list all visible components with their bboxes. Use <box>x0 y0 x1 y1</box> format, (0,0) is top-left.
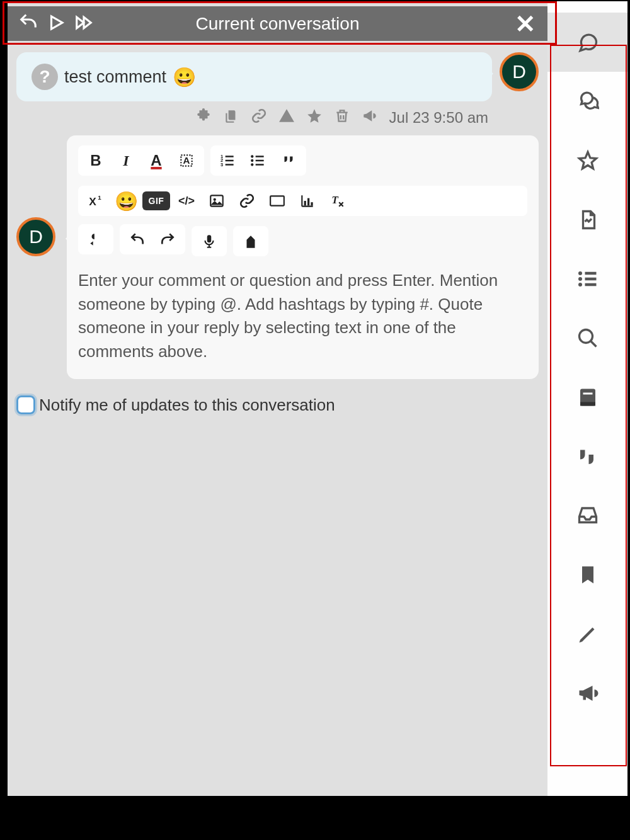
link-button[interactable] <box>233 188 261 213</box>
comment-text: test comment <box>64 67 166 87</box>
code-button[interactable]: </> <box>173 188 200 213</box>
editor-placeholder: Enter your comment or question and press… <box>78 269 527 364</box>
warning-icon[interactable] <box>278 108 295 128</box>
fast-forward-icon[interactable] <box>74 13 93 35</box>
notify-row[interactable]: Notify me of updates to this conversatio… <box>16 395 539 415</box>
clear-format-button[interactable]: T <box>324 188 352 213</box>
avatar: D <box>16 217 55 256</box>
svg-rect-25 <box>583 393 592 395</box>
svg-point-4 <box>251 155 253 157</box>
comment-editor[interactable]: B I A A 123 X1 😀 GI <box>67 135 539 379</box>
svg-rect-20 <box>585 278 596 281</box>
editor-toolbar: B I A A 123 X1 😀 GI <box>78 145 527 256</box>
svg-point-19 <box>578 277 582 281</box>
side-list-button[interactable] <box>547 249 627 309</box>
side-comments-button[interactable] <box>547 72 627 131</box>
svg-rect-11 <box>270 196 284 205</box>
svg-rect-16 <box>207 235 212 242</box>
side-pencil-button[interactable] <box>547 604 627 664</box>
side-quotes-button[interactable] <box>547 427 627 486</box>
svg-rect-26 <box>580 402 595 406</box>
editor-redo-button[interactable] <box>154 227 181 252</box>
star-fill-icon[interactable] <box>306 108 323 128</box>
text-color-button[interactable]: A <box>142 148 170 173</box>
side-nav <box>547 1 627 796</box>
svg-rect-22 <box>585 283 596 287</box>
unordered-list-button[interactable] <box>244 148 272 173</box>
side-inbox-button[interactable] <box>547 486 627 545</box>
blockquote-button[interactable] <box>275 148 302 173</box>
grin-emoji-icon: 😀 <box>173 66 196 88</box>
comment-meta: Jul 23 9:50 am <box>16 101 539 135</box>
svg-text:3: 3 <box>220 162 223 167</box>
comment-timestamp: Jul 23 9:50 am <box>389 109 488 127</box>
image-button[interactable] <box>203 188 231 213</box>
play-icon[interactable] <box>47 13 66 35</box>
conversation-header: Current conversation ✕ <box>8 6 547 41</box>
side-bookmark-button[interactable] <box>547 545 627 604</box>
notify-label: Notify me of updates to this conversatio… <box>39 395 335 415</box>
svg-point-23 <box>579 330 592 343</box>
svg-text:1: 1 <box>98 194 101 201</box>
comment-row: ? test comment 😀 D <box>16 52 539 101</box>
close-icon[interactable]: ✕ <box>515 11 536 37</box>
svg-point-17 <box>578 271 582 275</box>
side-image-button[interactable] <box>547 190 627 249</box>
chart-button[interactable] <box>294 188 321 213</box>
undo-icon[interactable] <box>19 13 38 35</box>
copy-icon[interactable] <box>223 108 239 128</box>
svg-rect-18 <box>585 272 596 275</box>
svg-point-10 <box>214 198 216 201</box>
video-button[interactable] <box>263 188 291 213</box>
building-button[interactable] <box>237 229 265 254</box>
link-icon[interactable] <box>251 108 267 128</box>
bold-button[interactable]: B <box>82 148 110 173</box>
svg-rect-14 <box>311 202 312 205</box>
svg-text:X: X <box>89 195 96 208</box>
highlight-button[interactable]: A <box>173 148 200 173</box>
svg-point-5 <box>251 159 253 162</box>
side-star-button[interactable] <box>547 131 627 190</box>
trash-icon[interactable] <box>334 108 350 128</box>
svg-text:A: A <box>183 155 190 166</box>
emoji-button[interactable]: 😀 <box>112 188 140 213</box>
direction-button[interactable] <box>82 227 110 252</box>
editor-undo-button[interactable] <box>123 227 151 252</box>
svg-rect-12 <box>304 201 306 206</box>
italic-button[interactable]: I <box>112 148 140 173</box>
side-megaphone-button[interactable] <box>547 664 627 723</box>
conversation-body: ? test comment 😀 D Jul 23 9:50 am <box>8 41 547 796</box>
microphone-button[interactable] <box>195 229 223 254</box>
help-icon[interactable]: ? <box>32 64 58 90</box>
side-comment-button[interactable] <box>547 13 627 72</box>
editor-row: D B I A A 123 <box>16 135 539 379</box>
svg-text:T: T <box>331 194 339 206</box>
side-search-button[interactable] <box>547 309 627 368</box>
superscript-button[interactable]: X1 <box>82 188 110 213</box>
svg-point-6 <box>251 163 253 166</box>
svg-point-21 <box>578 283 582 287</box>
side-addressbook-button[interactable] <box>547 368 627 427</box>
svg-rect-13 <box>307 198 309 206</box>
ordered-list-button[interactable]: 123 <box>214 148 242 173</box>
gif-button[interactable]: GIF <box>142 191 170 210</box>
megaphone-icon[interactable] <box>362 108 378 128</box>
avatar[interactable]: D <box>500 52 539 91</box>
puzzle-icon[interactable] <box>195 108 212 128</box>
comment-bubble: ? test comment 😀 <box>16 52 492 101</box>
notify-checkbox[interactable] <box>16 395 35 414</box>
